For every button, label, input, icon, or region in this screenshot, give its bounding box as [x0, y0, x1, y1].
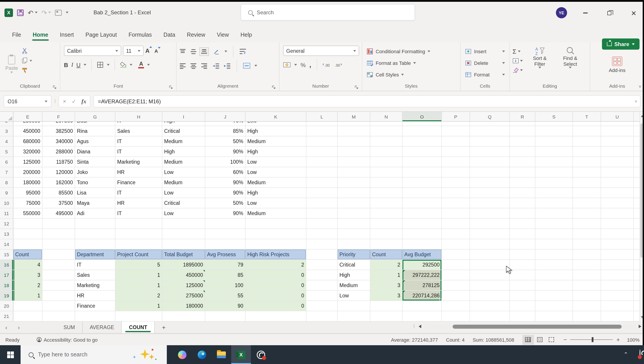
column-header-M[interactable]: M — [338, 112, 370, 122]
horizontal-scrollbar-track[interactable] — [425, 324, 635, 328]
cell-Q8[interactable] — [470, 178, 510, 188]
cell-O13[interactable] — [402, 229, 442, 239]
cell-G18[interactable]: Marketing — [75, 280, 116, 291]
cell-K2[interactable]: Low — [246, 122, 306, 126]
cell-F12[interactable] — [42, 219, 75, 229]
row-header-9[interactable]: 9 — [0, 188, 14, 198]
column-header-O[interactable]: O — [402, 112, 442, 122]
cell-I2[interactable]: High — [162, 122, 205, 126]
row-header-14[interactable]: 14 — [0, 239, 14, 250]
cell-P6[interactable] — [442, 157, 470, 167]
increase-decimal-icon[interactable]: .00 — [322, 62, 330, 68]
cell-H14[interactable] — [116, 239, 162, 250]
page-layout-view-button[interactable] — [534, 335, 546, 344]
cell-F6[interactable]: 118750 — [42, 157, 75, 167]
cell-O21[interactable] — [402, 311, 442, 322]
cell-S13[interactable] — [535, 229, 573, 239]
cell-L10[interactable] — [306, 198, 338, 208]
page-break-view-button[interactable] — [546, 335, 557, 344]
cell-E5[interactable]: 320000 — [14, 147, 42, 157]
cell-K19[interactable]: 0 — [246, 291, 306, 301]
cell-Q19[interactable] — [470, 291, 510, 301]
cell-K5[interactable]: High — [246, 147, 306, 157]
cell-L21[interactable] — [306, 311, 338, 322]
cell-O16[interactable]: 292500 — [402, 260, 442, 270]
sheet-tab-average[interactable]: AVERAGE — [82, 322, 122, 333]
cell-G8[interactable]: Tono — [75, 178, 116, 188]
cell-S4[interactable] — [535, 136, 573, 147]
cell-I13[interactable] — [162, 229, 205, 239]
cell-H8[interactable]: Finance — [116, 178, 162, 188]
cell-N8[interactable] — [370, 178, 402, 188]
cell-M13[interactable] — [338, 229, 370, 239]
cell-J8[interactable]: 90% — [205, 178, 246, 188]
cell-U4[interactable] — [601, 136, 634, 147]
cell-Q10[interactable] — [470, 198, 510, 208]
cell-N16[interactable]: 2 — [370, 260, 402, 270]
column-header-H[interactable]: H — [116, 112, 162, 122]
cell-H3[interactable]: Sales — [116, 126, 162, 136]
row-header-3[interactable]: 3 — [0, 126, 14, 136]
column-header-U[interactable]: U — [601, 112, 634, 122]
cell-I16[interactable]: 1895000 — [162, 260, 205, 270]
cell-E4[interactable]: 680000 — [14, 136, 42, 147]
conditional-formatting-button[interactable]: Conditional Formatting — [367, 46, 456, 56]
number-format-select[interactable]: General — [283, 46, 359, 56]
addins-button[interactable]: Add-ins — [605, 46, 629, 83]
cell-N13[interactable] — [370, 229, 402, 239]
cell-U15[interactable] — [601, 250, 634, 260]
cell-Q12[interactable] — [470, 219, 510, 229]
enter-icon[interactable]: ✓ — [72, 98, 76, 104]
cell-H20[interactable]: 1 — [116, 301, 162, 311]
cell-K4[interactable]: Medium — [246, 136, 306, 147]
zoom-level[interactable]: 100% — [624, 337, 640, 342]
menu-tab-formulas[interactable]: Formulas — [123, 28, 158, 42]
cell-M20[interactable] — [338, 301, 370, 311]
cell-E13[interactable] — [14, 229, 42, 239]
cancel-icon[interactable]: × — [63, 98, 66, 105]
cell-T20[interactable] — [573, 301, 601, 311]
cell-L4[interactable] — [306, 136, 338, 147]
cell-L18[interactable] — [306, 280, 338, 291]
cell-H18[interactable]: 1 — [116, 280, 162, 291]
cell-U20[interactable] — [601, 301, 634, 311]
cell-O19[interactable]: 220714,286 — [402, 291, 442, 301]
cell-T13[interactable] — [573, 229, 601, 239]
cell-edge20[interactable] — [634, 301, 640, 311]
cell-O6[interactable] — [402, 157, 442, 167]
cell-J5[interactable]: 90% — [205, 147, 246, 157]
cell-S14[interactable] — [535, 239, 573, 250]
cell-L2[interactable] — [306, 122, 338, 126]
column-header-F[interactable]: F — [42, 112, 75, 122]
cell-P3[interactable] — [442, 126, 470, 136]
cell-edge4[interactable] — [634, 136, 640, 147]
cell-N15[interactable]: Count — [370, 250, 402, 260]
cell-edge11[interactable] — [634, 208, 640, 219]
cell-edge19[interactable] — [634, 291, 640, 301]
alignment-dialog-launcher-icon[interactable] — [272, 86, 276, 90]
comma-style-button[interactable]: , — [309, 63, 311, 67]
cell-K14[interactable] — [246, 239, 306, 250]
column-header-N[interactable]: N — [370, 112, 402, 122]
font-size-select[interactable]: 11 — [123, 46, 144, 56]
cell-J13[interactable] — [205, 229, 246, 239]
cell-S12[interactable] — [535, 219, 573, 229]
cell-N4[interactable] — [370, 136, 402, 147]
paste-button[interactable]: Paste — [2, 46, 22, 83]
cell-edge21[interactable] — [634, 311, 640, 322]
cell-E19[interactable]: 1 — [14, 291, 42, 301]
cell-L12[interactable] — [306, 219, 338, 229]
decrease-decimal-icon[interactable]: .00 — [334, 62, 342, 68]
formula-bar-splitter[interactable]: ⦙ — [54, 98, 56, 104]
cell-G7[interactable]: Joko — [75, 167, 116, 178]
cell-K8[interactable]: Medium — [246, 178, 306, 188]
cell-T6[interactable] — [573, 157, 601, 167]
search-highlights-icon[interactable] — [132, 349, 159, 360]
underline-button[interactable]: U — [76, 62, 80, 68]
new-sheet-button[interactable]: + — [155, 322, 173, 333]
row-header-21[interactable]: 21 — [0, 311, 14, 322]
cell-K16[interactable]: 2 — [246, 260, 306, 270]
column-header-L[interactable]: L — [306, 112, 338, 122]
cell-N5[interactable] — [370, 147, 402, 157]
format-cells-button[interactable]: Format — [465, 70, 505, 79]
